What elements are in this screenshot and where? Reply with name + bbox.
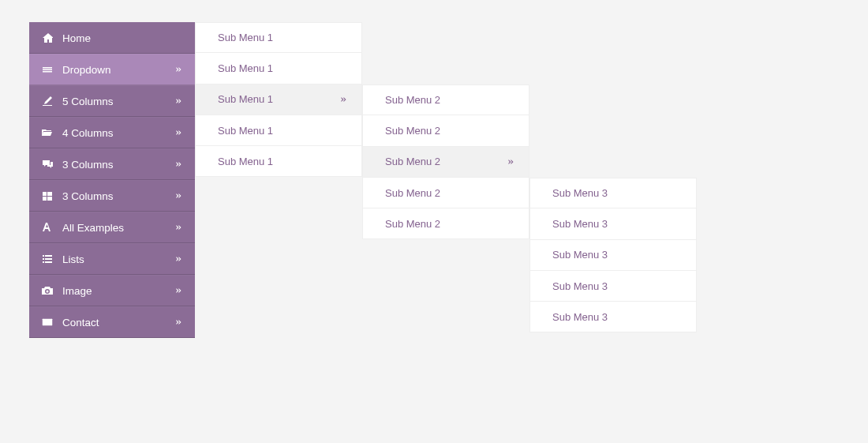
layers-icon bbox=[42, 64, 58, 75]
sidebar-item-lists[interactable]: Lists bbox=[29, 243, 195, 275]
chevron-right-icon bbox=[175, 256, 182, 262]
sidebar-item-label: Dropdown bbox=[62, 64, 175, 76]
submenu-item[interactable]: Sub Menu 2 bbox=[362, 147, 529, 178]
submenu-item-label: Sub Menu 3 bbox=[552, 249, 674, 261]
sidebar-item-image[interactable]: Image bbox=[29, 275, 195, 306]
submenu-item[interactable]: Sub Menu 3 bbox=[529, 208, 697, 239]
submenu-level-2: Sub Menu 2Sub Menu 2Sub Menu 2Sub Menu 2… bbox=[362, 84, 529, 239]
submenu-item[interactable]: Sub Menu 3 bbox=[529, 240, 697, 271]
menu-container: HomeDropdown5 Columns4 Columns3 Columns3… bbox=[29, 22, 868, 338]
sidebar-item-5-columns[interactable]: 5 Columns bbox=[29, 85, 195, 117]
sidebar-item-label: 4 Columns bbox=[62, 127, 175, 139]
submenu-item-label: Sub Menu 3 bbox=[552, 280, 674, 292]
submenu-item-label: Sub Menu 1 bbox=[218, 32, 339, 43]
submenu-item[interactable]: Sub Menu 2 bbox=[362, 208, 529, 239]
submenu-item-label: Sub Menu 1 bbox=[218, 125, 339, 137]
chevron-right-icon bbox=[175, 287, 182, 294]
sidebar-item-label: 3 Columns bbox=[62, 190, 175, 202]
submenu-item[interactable]: Sub Menu 1 bbox=[195, 53, 362, 84]
sidebar-item-contact[interactable]: Contact bbox=[29, 306, 195, 338]
submenu-item-label: Sub Menu 2 bbox=[385, 125, 507, 137]
submenu-item[interactable]: Sub Menu 1 bbox=[195, 146, 362, 177]
sidebar-item-label: Image bbox=[62, 285, 175, 297]
list-icon bbox=[42, 253, 58, 265]
sidebar-item-3-columns[interactable]: 3 Columns bbox=[29, 180, 195, 212]
chevron-right-icon bbox=[175, 193, 182, 199]
submenu-level-3: Sub Menu 3Sub Menu 3Sub Menu 3Sub Menu 3… bbox=[529, 178, 697, 332]
submenu-item-label: Sub Menu 1 bbox=[218, 62, 339, 74]
font-icon bbox=[42, 222, 58, 233]
submenu-item[interactable]: Sub Menu 3 bbox=[529, 178, 697, 208]
submenu-item[interactable]: Sub Menu 2 bbox=[362, 115, 529, 146]
camera-icon bbox=[42, 285, 58, 296]
chevron-right-icon bbox=[175, 319, 182, 325]
submenu-item-label: Sub Menu 2 bbox=[385, 218, 507, 230]
submenu-item-label: Sub Menu 2 bbox=[385, 187, 507, 199]
sidebar-item-label: 3 Columns bbox=[62, 159, 175, 171]
envelope-icon bbox=[42, 317, 58, 328]
sidebar-item-all-examples[interactable]: All Examples bbox=[29, 212, 195, 243]
sidebar-item-label: Contact bbox=[62, 317, 175, 328]
submenu-level-1: Sub Menu 1Sub Menu 1Sub Menu 1Sub Menu 1… bbox=[195, 22, 362, 177]
chevron-right-icon bbox=[175, 161, 182, 167]
sidebar-item-label: All Examples bbox=[62, 222, 175, 234]
comments-icon bbox=[42, 159, 58, 170]
chevron-right-icon bbox=[340, 96, 347, 103]
sidebar-item-4-columns[interactable]: 4 Columns bbox=[29, 117, 195, 148]
sidebar-item-3-columns[interactable]: 3 Columns bbox=[29, 148, 195, 180]
submenu-item-label: Sub Menu 1 bbox=[218, 93, 340, 105]
submenu-item[interactable]: Sub Menu 2 bbox=[362, 84, 529, 115]
submenu-item[interactable]: Sub Menu 1 bbox=[195, 115, 362, 146]
sidebar: HomeDropdown5 Columns4 Columns3 Columns3… bbox=[29, 22, 195, 338]
chevron-right-icon bbox=[507, 159, 514, 165]
submenu-item-label: Sub Menu 3 bbox=[552, 311, 674, 323]
chevron-right-icon bbox=[175, 98, 182, 104]
sidebar-item-dropdown[interactable]: Dropdown bbox=[29, 54, 195, 85]
edit-icon bbox=[42, 96, 58, 107]
submenu-item[interactable]: Sub Menu 3 bbox=[529, 302, 697, 332]
sidebar-item-home[interactable]: Home bbox=[29, 22, 195, 54]
folder-open-icon bbox=[42, 127, 58, 138]
submenu-item[interactable]: Sub Menu 1 bbox=[195, 22, 362, 53]
chevron-right-icon bbox=[175, 130, 182, 136]
submenu-item[interactable]: Sub Menu 3 bbox=[529, 271, 697, 302]
chevron-right-icon bbox=[175, 224, 182, 231]
submenu-item-label: Sub Menu 2 bbox=[385, 94, 507, 106]
submenu-item-label: Sub Menu 3 bbox=[552, 187, 674, 199]
submenu-item-label: Sub Menu 1 bbox=[218, 156, 339, 167]
home-icon bbox=[42, 32, 58, 43]
submenu-item-label: Sub Menu 2 bbox=[385, 156, 507, 167]
chevron-right-icon bbox=[175, 66, 182, 73]
sidebar-item-label: Lists bbox=[62, 253, 175, 265]
submenu-item[interactable]: Sub Menu 1 bbox=[195, 84, 362, 115]
sidebar-item-label: 5 Columns bbox=[62, 96, 175, 107]
sidebar-item-label: Home bbox=[62, 32, 182, 44]
grid-icon bbox=[42, 190, 58, 201]
submenu-item-label: Sub Menu 3 bbox=[552, 218, 674, 230]
submenu-item[interactable]: Sub Menu 2 bbox=[362, 178, 529, 208]
